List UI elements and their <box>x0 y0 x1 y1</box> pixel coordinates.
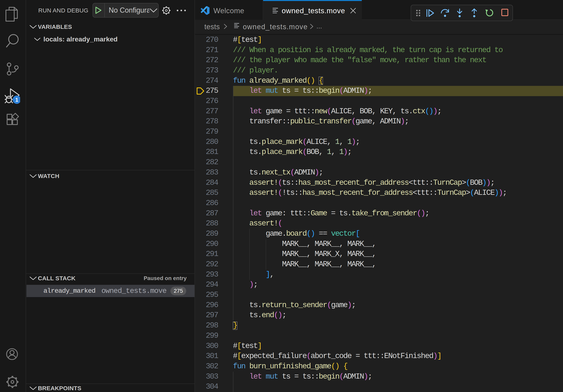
svg-text:1: 1 <box>15 97 18 103</box>
